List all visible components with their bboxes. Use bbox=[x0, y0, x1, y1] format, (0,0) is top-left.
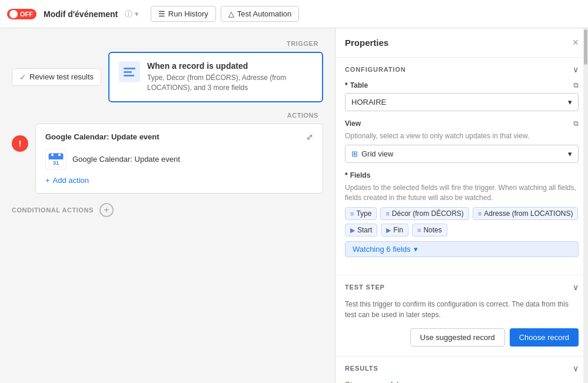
action-card-title-text: Google Calendar: Update event bbox=[45, 132, 160, 141]
check-icon: ✓ bbox=[19, 72, 26, 82]
config-section-header[interactable]: CONFIGURATION ∨ bbox=[335, 58, 588, 81]
add-action-button[interactable]: + Add action bbox=[45, 176, 313, 185]
svg-text:31: 31 bbox=[53, 159, 59, 165]
field-tag-label: Décor (from DÉCORS) bbox=[392, 209, 464, 218]
table-field-label: * Table ⧉ bbox=[345, 81, 579, 89]
config-section-title: CONFIGURATION bbox=[345, 66, 406, 73]
view-field-row: View ⧉ Optionally, select a view to only… bbox=[345, 119, 579, 163]
field-tag-label: Fin bbox=[393, 226, 403, 234]
step-success-label: Step successful bbox=[345, 380, 398, 383]
test-section-header[interactable]: TEST STEP ∨ bbox=[335, 275, 588, 299]
config-section: CONFIGURATION ∨ * Table ⧉ HORAIRE ▾ bbox=[335, 58, 588, 275]
results-section-header[interactable]: RESULTS ∨ bbox=[335, 357, 588, 380]
results-section: RESULTS ∨ Step successful bbox=[335, 357, 588, 383]
gcal-icon: 31 bbox=[45, 149, 67, 170]
trigger-text: When a record is updated Type, Décor (fr… bbox=[147, 61, 313, 93]
use-suggested-record-button[interactable]: Use suggested record bbox=[410, 328, 505, 347]
field-tag[interactable]: ≡Notes bbox=[412, 224, 447, 237]
fields-desc: Updates to the selected fields will fire… bbox=[345, 183, 579, 203]
test-section-title: TEST STEP bbox=[345, 284, 385, 291]
svg-rect-4 bbox=[49, 155, 64, 158]
field-tag-icon: ≡ bbox=[417, 227, 421, 234]
view-select-value: Grid view bbox=[361, 149, 393, 158]
results-chevron-icon: ∨ bbox=[573, 364, 579, 373]
results-body: Step successful bbox=[335, 380, 588, 383]
action-item-label: Google Calendar: Update event bbox=[72, 155, 180, 164]
trigger-card-title: When a record is updated bbox=[147, 61, 313, 71]
test-actions: Use suggested record Choose record bbox=[345, 328, 579, 347]
info-icon[interactable]: ⓘ ▾ bbox=[125, 9, 139, 19]
svg-point-6 bbox=[51, 154, 54, 156]
view-field-desc: Optionally, select a view to only watch … bbox=[345, 131, 579, 141]
trigger-card[interactable]: When a record is updated Type, Décor (fr… bbox=[108, 52, 323, 102]
field-tag[interactable]: ≡Adresse (from LOCATIONS) bbox=[473, 207, 579, 220]
field-tag-label: Start bbox=[357, 226, 372, 234]
review-test-results-badge[interactable]: ✓ Review test results bbox=[12, 68, 101, 86]
table-dropdown-icon: ▾ bbox=[568, 98, 572, 106]
watching-fields-button[interactable]: Watching 6 fields ▾ bbox=[345, 241, 579, 257]
table-select[interactable]: HORAIRE ▾ bbox=[345, 93, 579, 111]
add-action-label: Add action bbox=[53, 176, 89, 185]
trigger-icon-lines bbox=[124, 68, 135, 76]
gcal-svg: 31 bbox=[48, 151, 64, 168]
view-field-label: View ⧉ bbox=[345, 119, 579, 128]
review-label: Review test results bbox=[29, 72, 94, 81]
field-tag[interactable]: ≡Type bbox=[345, 207, 377, 220]
test-description: Test this trigger to confirm its configu… bbox=[345, 299, 579, 320]
watching-label: Watching 6 fields bbox=[353, 245, 411, 254]
test-automation-label: Test Automation bbox=[237, 9, 292, 18]
table-label-text: Table bbox=[350, 81, 368, 89]
line1 bbox=[124, 68, 135, 69]
field-tag-label: Notes bbox=[423, 226, 441, 234]
view-select[interactable]: ⊞ Grid view ▾ bbox=[345, 145, 579, 163]
view-dropdown-icon: ▾ bbox=[568, 149, 572, 158]
run-history-label: Run History bbox=[168, 9, 208, 18]
warning-icon: ! bbox=[12, 135, 28, 152]
run-history-icon: ☰ bbox=[158, 9, 165, 18]
config-chevron-icon: ∨ bbox=[573, 65, 579, 74]
run-history-button[interactable]: ☰ Run History bbox=[151, 6, 216, 22]
right-scroll-thumb bbox=[584, 29, 587, 65]
table-required-star: * bbox=[345, 81, 348, 89]
test-step-section: TEST STEP ∨ Test this trigger to confirm… bbox=[335, 275, 588, 357]
toggle-label: OFF bbox=[20, 11, 33, 18]
actions-row: ! Google Calendar: Update event ⤢ bbox=[12, 124, 323, 194]
action-card[interactable]: Google Calendar: Update event ⤢ bbox=[35, 124, 323, 194]
field-tag-icon: ≡ bbox=[478, 210, 481, 217]
toggle-knob bbox=[9, 10, 18, 18]
conditional-actions-row: CONDITIONAL ACTIONS + bbox=[12, 203, 323, 217]
field-tag[interactable]: ▶Fin bbox=[381, 224, 408, 237]
action-card-title: Google Calendar: Update event ⤢ bbox=[45, 132, 313, 142]
properties-panel: Properties × CONFIGURATION ∨ * Table ⧉ H… bbox=[335, 28, 588, 383]
main-layout: TRIGGER ✓ Review test results When a rec… bbox=[0, 28, 588, 383]
field-tag[interactable]: ▶Start bbox=[345, 224, 377, 237]
conditional-section-label: CONDITIONAL ACTIONS bbox=[12, 207, 94, 214]
test-automation-button[interactable]: △ Test Automation bbox=[221, 6, 300, 22]
fields-required-star: * bbox=[345, 171, 348, 179]
add-action-plus: + bbox=[45, 176, 50, 185]
automation-name: Modif d'événement bbox=[44, 9, 118, 19]
table-copy-icon[interactable]: ⧉ bbox=[573, 81, 579, 89]
panel-close-button[interactable]: × bbox=[572, 36, 579, 49]
panel-title: Properties bbox=[345, 38, 388, 48]
add-conditional-button[interactable]: + bbox=[99, 203, 114, 217]
watching-dropdown-icon: ▾ bbox=[414, 245, 418, 254]
test-body: Test this trigger to confirm its configu… bbox=[335, 299, 588, 356]
fields-label: * Fields bbox=[345, 171, 579, 179]
expand-icon[interactable]: ⤢ bbox=[306, 132, 313, 142]
field-tag[interactable]: ≡Décor (from DÉCORS) bbox=[380, 207, 469, 220]
toggle-switch[interactable]: OFF bbox=[7, 9, 36, 19]
field-tag-icon: ≡ bbox=[350, 210, 354, 217]
svg-point-7 bbox=[58, 154, 61, 156]
trigger-row: ✓ Review test results When a record is u… bbox=[12, 52, 323, 102]
trigger-section-label: TRIGGER bbox=[12, 40, 323, 47]
table-select-value: HORAIRE bbox=[351, 98, 386, 106]
test-automation-icon: △ bbox=[228, 9, 234, 18]
choose-record-button[interactable]: Choose record bbox=[510, 328, 579, 347]
right-scrollbar[interactable] bbox=[583, 28, 588, 383]
line3 bbox=[124, 75, 134, 76]
actions-section-label: ACTIONS bbox=[12, 112, 323, 119]
view-copy-icon[interactable]: ⧉ bbox=[573, 119, 579, 128]
field-tag-icon: ≡ bbox=[386, 210, 389, 217]
table-field-row: * Table ⧉ HORAIRE ▾ bbox=[345, 81, 579, 111]
